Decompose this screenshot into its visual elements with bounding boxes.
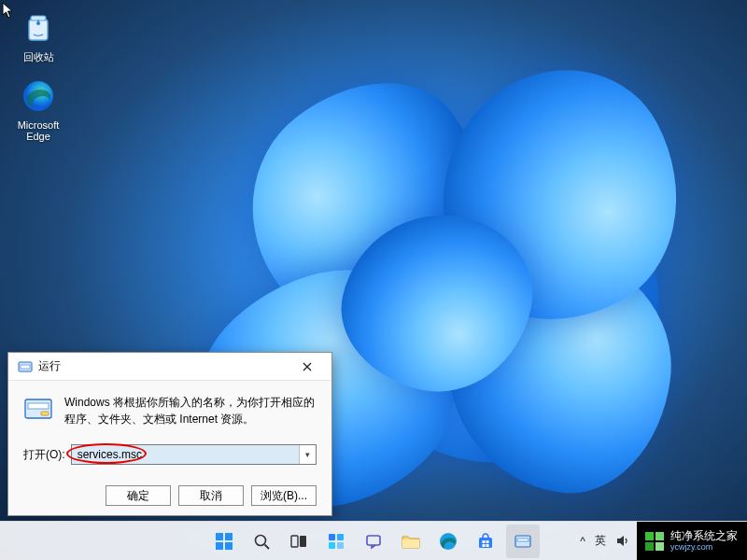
svg-rect-11 xyxy=(216,542,223,550)
recycle-bin-icon xyxy=(19,7,58,47)
windows-icon xyxy=(214,531,234,552)
watermark-url: ycwjzy.com xyxy=(670,542,738,552)
explorer-button[interactable] xyxy=(394,525,428,558)
svg-rect-17 xyxy=(329,534,335,540)
edge-icon xyxy=(19,77,58,116)
watermark-name: 纯净系统之家 xyxy=(670,530,738,543)
run-app-icon xyxy=(23,394,53,424)
taskbar-center xyxy=(207,525,540,558)
widgets-button[interactable] xyxy=(319,525,353,558)
search-button[interactable] xyxy=(245,525,278,558)
desktop-icon-label: 回收站 xyxy=(6,50,71,64)
svg-rect-8 xyxy=(41,412,49,415)
svg-point-13 xyxy=(256,535,266,545)
svg-rect-31 xyxy=(645,532,654,540)
svg-rect-32 xyxy=(655,532,664,540)
svg-rect-15 xyxy=(291,536,298,547)
volume-icon[interactable] xyxy=(615,534,629,548)
titlebar[interactable]: 运行 xyxy=(8,353,331,381)
ok-button[interactable]: 确定 xyxy=(106,485,171,506)
svg-rect-10 xyxy=(225,533,233,540)
chat-icon xyxy=(364,532,383,551)
svg-rect-9 xyxy=(216,533,223,540)
dialog-buttons: 确定 取消 浏览(B)... xyxy=(8,472,331,517)
svg-rect-34 xyxy=(655,542,664,551)
desktop-icon-edge[interactable]: Microsoft Edge xyxy=(6,77,71,142)
tray-chevron-icon[interactable]: ^ xyxy=(580,535,585,548)
svg-rect-33 xyxy=(645,542,654,551)
store-icon xyxy=(475,531,496,552)
chevron-down-icon[interactable]: ▾ xyxy=(299,445,316,464)
svg-rect-19 xyxy=(329,542,335,549)
start-button[interactable] xyxy=(207,525,241,558)
store-button[interactable] xyxy=(469,525,502,558)
svg-rect-18 xyxy=(337,534,344,540)
task-view-icon xyxy=(289,532,308,551)
taskbar: ^ 英 纯净系统之家 ycwjzy.com xyxy=(0,521,747,560)
svg-rect-28 xyxy=(486,544,489,547)
svg-rect-26 xyxy=(486,540,489,543)
svg-rect-20 xyxy=(337,542,344,549)
svg-rect-27 xyxy=(483,544,486,547)
desktop-icon-recycle-bin[interactable]: 回收站 xyxy=(6,7,71,64)
svg-rect-25 xyxy=(483,540,486,543)
taskbar-right: ^ 英 纯净系统之家 ycwjzy.com xyxy=(580,522,747,560)
svg-rect-16 xyxy=(300,536,306,547)
open-combobox[interactable]: ▾ xyxy=(71,444,317,465)
chat-button[interactable] xyxy=(357,525,390,558)
run-taskbar-button[interactable] xyxy=(506,525,540,558)
run-title-icon xyxy=(18,359,33,374)
widgets-icon xyxy=(327,532,345,551)
watermark-logo-icon xyxy=(644,531,665,552)
dialog-message: Windows 将根据你所输入的名称，为你打开相应的程序、文件夹、文档或 Int… xyxy=(64,394,317,427)
svg-rect-12 xyxy=(225,542,233,550)
desktop-icon-label: Microsoft Edge xyxy=(6,119,71,142)
run-dialog: 运行 Windows 将根据你所输入的名称，为你打开相应的程序、文件夹、文档或 … xyxy=(7,352,332,516)
close-button[interactable] xyxy=(289,354,326,380)
task-view-button[interactable] xyxy=(282,525,316,558)
ime-indicator[interactable]: 英 xyxy=(595,533,606,549)
edge-icon xyxy=(438,531,458,552)
open-label: 打开(O): xyxy=(23,447,65,463)
run-icon xyxy=(513,531,533,552)
system-tray[interactable]: ^ 英 xyxy=(580,533,631,549)
cancel-button[interactable]: 取消 xyxy=(178,485,244,506)
svg-rect-22 xyxy=(402,539,419,548)
dialog-title: 运行 xyxy=(38,358,289,374)
watermark: 纯净系统之家 ycwjzy.com xyxy=(637,522,747,560)
svg-rect-7 xyxy=(28,403,49,409)
svg-rect-30 xyxy=(517,539,529,541)
browse-button[interactable]: 浏览(B)... xyxy=(251,485,317,506)
close-icon xyxy=(303,362,312,371)
svg-point-2 xyxy=(36,21,40,25)
search-icon xyxy=(252,532,271,551)
open-input[interactable] xyxy=(72,445,299,464)
svg-rect-24 xyxy=(479,538,492,548)
svg-line-14 xyxy=(265,544,270,549)
svg-rect-5 xyxy=(21,365,30,369)
explorer-icon xyxy=(401,531,421,552)
cursor-icon xyxy=(2,2,15,19)
svg-rect-21 xyxy=(367,536,380,545)
edge-button[interactable] xyxy=(431,525,465,558)
